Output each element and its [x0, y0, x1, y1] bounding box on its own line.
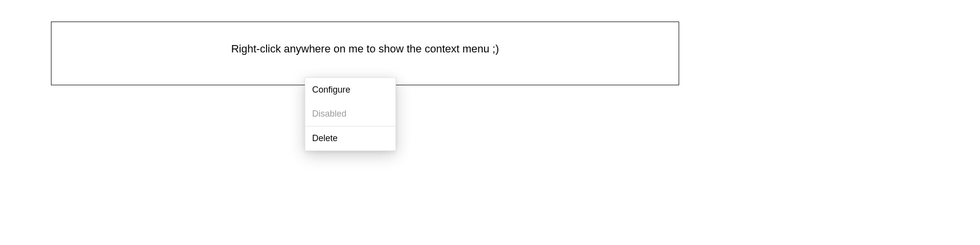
menu-item-disabled: Disabled: [305, 102, 395, 126]
menu-item-label: Delete: [312, 133, 338, 144]
instruction-text: Right-click anywhere on me to show the c…: [231, 43, 499, 55]
menu-item-delete[interactable]: Delete: [305, 126, 395, 150]
menu-item-label: Configure: [312, 85, 350, 95]
menu-item-label: Disabled: [312, 109, 346, 119]
menu-item-configure[interactable]: Configure: [305, 78, 395, 102]
context-menu-target-area[interactable]: Right-click anywhere on me to show the c…: [51, 22, 679, 85]
context-menu: Configure Disabled Delete: [305, 77, 396, 151]
